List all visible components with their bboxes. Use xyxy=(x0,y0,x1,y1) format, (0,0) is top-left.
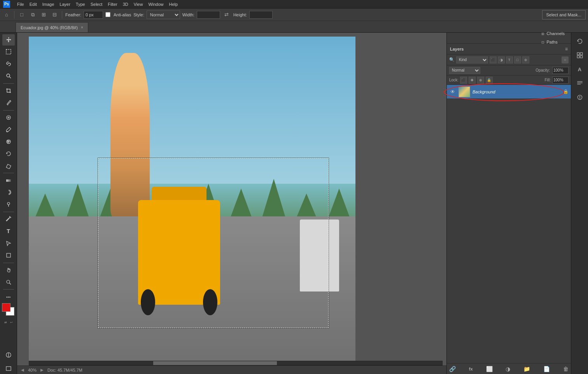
opacity-label: Opacity: xyxy=(536,68,550,72)
shape-tool[interactable] xyxy=(2,250,15,261)
more-tools[interactable]: ••• xyxy=(2,291,15,302)
background-layer-row[interactable]: 👁 Background 🔒 xyxy=(447,85,571,99)
type-tool[interactable]: T xyxy=(2,226,15,237)
color-swatches: ⇄ ↩ xyxy=(2,303,15,325)
filter-toggle[interactable]: ○ xyxy=(562,56,569,63)
crop-tool[interactable] xyxy=(2,85,15,97)
filter-smart-icon[interactable]: ⊛ xyxy=(522,56,529,63)
svg-rect-0 xyxy=(6,49,11,54)
menu-help[interactable]: Help xyxy=(169,2,178,7)
properties-panel-icon[interactable] xyxy=(574,91,586,104)
home-icon[interactable]: ⌂ xyxy=(2,11,11,19)
filter-pixel-icon[interactable]: ⬛ xyxy=(490,56,497,63)
dodge-tool[interactable] xyxy=(2,199,15,210)
marquee-rect-tool[interactable] xyxy=(2,46,15,58)
menu-select[interactable]: Select xyxy=(91,2,103,7)
swap-colors-icon[interactable]: ⇄ xyxy=(4,321,7,324)
layers-blend-bar: Normal Multiply Screen Opacity: xyxy=(447,65,571,76)
quick-mask-button[interactable] xyxy=(2,349,15,360)
select-mask-button[interactable]: Select and Mask... xyxy=(542,10,586,19)
menu-view[interactable]: View xyxy=(134,2,143,7)
move-tool[interactable] xyxy=(2,34,15,46)
lock-artboard-button[interactable]: ⊕ xyxy=(477,77,484,84)
layers-panel-menu-icon[interactable]: ≡ xyxy=(565,46,568,52)
marquee-feather-icon[interactable]: ⧉ xyxy=(28,11,37,19)
opacity-input[interactable] xyxy=(552,67,569,74)
horizontal-scrollbar[interactable] xyxy=(29,361,443,365)
new-layer-icon[interactable]: 📄 xyxy=(543,366,550,372)
canvas-image[interactable] xyxy=(29,37,355,363)
filter-icons-row: ⬛ ◑ T □ ⊛ xyxy=(490,56,529,63)
brush-tool[interactable] xyxy=(2,124,15,135)
svg-rect-15 xyxy=(6,367,11,370)
document-tab[interactable]: Ecuador.jpg @ 40% (RGB/8#) × xyxy=(16,22,88,32)
hand-tool[interactable] xyxy=(2,264,15,276)
lock-position-button[interactable]: ✚ xyxy=(469,77,476,84)
path-select-tool[interactable] xyxy=(2,238,15,249)
eraser-tool[interactable] xyxy=(2,160,15,171)
add-mask-icon[interactable]: ⬜ xyxy=(486,366,493,372)
filter-type-icon[interactable]: T xyxy=(506,56,513,63)
lasso-tool[interactable] xyxy=(2,58,15,70)
gradient-tool[interactable] xyxy=(2,175,15,186)
filter-shape-icon[interactable]: □ xyxy=(514,56,521,63)
foreground-color-swatch[interactable] xyxy=(2,303,10,312)
menu-image[interactable]: Image xyxy=(42,2,54,7)
scrollbar-thumb-h[interactable] xyxy=(153,361,277,365)
screen-mode-button[interactable] xyxy=(2,363,15,374)
close-tab-button[interactable]: × xyxy=(81,25,83,30)
pen-tool[interactable] xyxy=(2,214,15,225)
menu-edit[interactable]: Edit xyxy=(30,2,37,7)
svg-point-25 xyxy=(579,98,580,99)
default-colors-icon[interactable]: ↩ xyxy=(10,321,13,324)
menu-file[interactable]: File xyxy=(17,2,24,7)
width-input[interactable] xyxy=(197,11,220,19)
character-panel-icon[interactable]: A xyxy=(574,63,586,76)
eyedropper-tool[interactable] xyxy=(2,97,15,109)
style-select[interactable]: Normal Fixed Ratio Fixed Size xyxy=(147,11,180,19)
link-layers-icon[interactable]: 🔗 xyxy=(449,366,456,372)
blur-tool[interactable] xyxy=(2,187,15,198)
adjustment-layer-icon[interactable]: ◑ xyxy=(506,366,510,372)
swap-icon[interactable]: ⇄ xyxy=(222,11,231,19)
filter-select[interactable]: Kind xyxy=(456,56,488,63)
quick-select-tool[interactable] xyxy=(2,70,15,82)
history-panel-icon[interactable] xyxy=(574,35,586,47)
layer-visibility-toggle[interactable]: 👁 xyxy=(449,88,456,95)
height-input[interactable] xyxy=(249,11,273,19)
paragraph-panel-icon[interactable] xyxy=(574,77,586,90)
layer-fx-icon[interactable]: fx xyxy=(469,367,473,371)
svg-rect-8 xyxy=(6,179,11,182)
menu-type[interactable]: Type xyxy=(76,2,85,7)
delete-layer-icon[interactable]: 🗑 xyxy=(563,366,569,372)
lock-pixels-button[interactable]: ⬛ xyxy=(460,77,467,84)
channels-tab-label[interactable]: Channels xyxy=(547,31,565,37)
zoom-tool[interactable] xyxy=(2,276,15,288)
zoom-level: 40% xyxy=(28,368,37,372)
status-nav-left[interactable]: ◀ xyxy=(21,368,24,372)
anti-alias-checkbox[interactable] xyxy=(105,12,110,17)
clone-tool[interactable] xyxy=(2,136,15,147)
tab-bar: Ecuador.jpg @ 40% (RGB/8#) × xyxy=(0,21,588,33)
layers-panel: Layers ≡ 🔍 Kind ⬛ ◑ T □ ⊛ ○ xyxy=(447,44,571,374)
marquee-intersect-icon[interactable]: ⊞ xyxy=(39,11,48,19)
blend-mode-select[interactable]: Normal Multiply Screen xyxy=(449,67,480,74)
menu-filter[interactable]: Filter xyxy=(108,2,117,7)
healing-tool[interactable] xyxy=(2,112,15,123)
svg-rect-19 xyxy=(580,56,583,58)
fill-input[interactable] xyxy=(552,77,569,84)
channels-panel-tab[interactable]: ⊞ Channels xyxy=(538,30,568,37)
libraries-panel-icon[interactable] xyxy=(574,49,586,61)
menu-3d[interactable]: 3D xyxy=(123,2,128,7)
menu-window[interactable]: Window xyxy=(148,2,163,7)
marquee-rect-icon[interactable]: □ xyxy=(18,11,26,19)
feather-input[interactable] xyxy=(84,11,103,19)
marquee-subtract-icon[interactable]: ⊟ xyxy=(50,11,59,19)
svg-line-2 xyxy=(9,77,11,78)
history-tool[interactable] xyxy=(2,148,15,159)
filter-adjust-icon[interactable]: ◑ xyxy=(498,56,505,63)
menu-layer[interactable]: Layer xyxy=(60,2,70,7)
group-layers-icon[interactable]: 📁 xyxy=(523,366,530,372)
lock-all-button[interactable]: 🔒 xyxy=(486,77,493,84)
status-nav-right[interactable]: ▶ xyxy=(40,368,44,372)
